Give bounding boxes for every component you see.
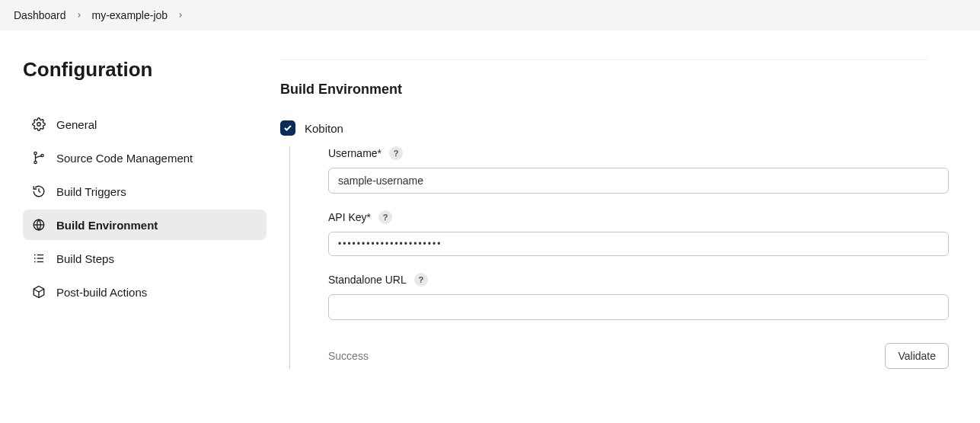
apikey-label: API Key* (328, 211, 371, 223)
username-field-group: Username* ? (328, 146, 966, 194)
sidebar-item-build-steps[interactable]: Build Steps (23, 243, 267, 274)
sidebar-item-label: General (56, 118, 97, 131)
breadcrumb: Dashboard my-example-job (0, 0, 980, 30)
standalone-url-field-group: Standalone URL ? (328, 273, 966, 320)
branch-icon (32, 151, 46, 165)
sidebar-item-build-environment[interactable]: Build Environment (23, 210, 267, 240)
status-text: Success (328, 350, 369, 362)
sidebar: Configuration General Source Code Manage… (0, 30, 280, 383)
globe-icon (32, 218, 46, 232)
sidebar-item-label: Source Code Management (56, 152, 193, 165)
section-title: Build Environment (280, 82, 966, 98)
kobiton-checkbox[interactable] (280, 120, 295, 136)
validate-button[interactable]: Validate (885, 343, 949, 369)
divider (280, 59, 927, 60)
help-icon[interactable]: ? (389, 146, 403, 160)
username-label: Username* (328, 147, 381, 159)
apikey-field-group: API Key* ? (328, 210, 966, 256)
sidebar-item-label: Build Triggers (56, 185, 126, 198)
help-icon[interactable]: ? (414, 273, 428, 287)
svg-point-3 (41, 154, 43, 156)
page-title: Configuration (23, 58, 267, 82)
svg-point-2 (34, 161, 37, 163)
kobiton-checkbox-label: Kobiton (305, 122, 343, 135)
svg-point-0 (37, 123, 41, 127)
username-input[interactable] (328, 168, 949, 194)
breadcrumb-job[interactable]: my-example-job (92, 9, 168, 21)
standalone-url-label: Standalone URL (328, 274, 407, 286)
apikey-input[interactable] (328, 232, 949, 256)
sidebar-item-post-build[interactable]: Post-build Actions (23, 277, 267, 307)
main-content: Build Environment Kobiton Username* ? A (280, 30, 980, 383)
breadcrumb-dashboard[interactable]: Dashboard (14, 9, 66, 21)
sidebar-item-build-triggers[interactable]: Build Triggers (23, 176, 267, 207)
chevron-right-icon (177, 11, 184, 19)
sidebar-item-general[interactable]: General (23, 109, 267, 139)
list-icon (32, 252, 46, 265)
chevron-right-icon (75, 11, 83, 19)
sidebar-item-label: Post-build Actions (56, 286, 147, 299)
box-icon (32, 285, 46, 299)
svg-point-1 (34, 152, 37, 154)
sidebar-item-label: Build Steps (56, 252, 114, 265)
help-icon[interactable]: ? (378, 210, 392, 224)
gear-icon (32, 117, 46, 131)
standalone-url-input[interactable] (328, 294, 949, 320)
sidebar-item-label: Build Environment (56, 219, 158, 232)
clock-icon (32, 184, 46, 198)
sidebar-item-source-code[interactable]: Source Code Management (23, 143, 267, 173)
